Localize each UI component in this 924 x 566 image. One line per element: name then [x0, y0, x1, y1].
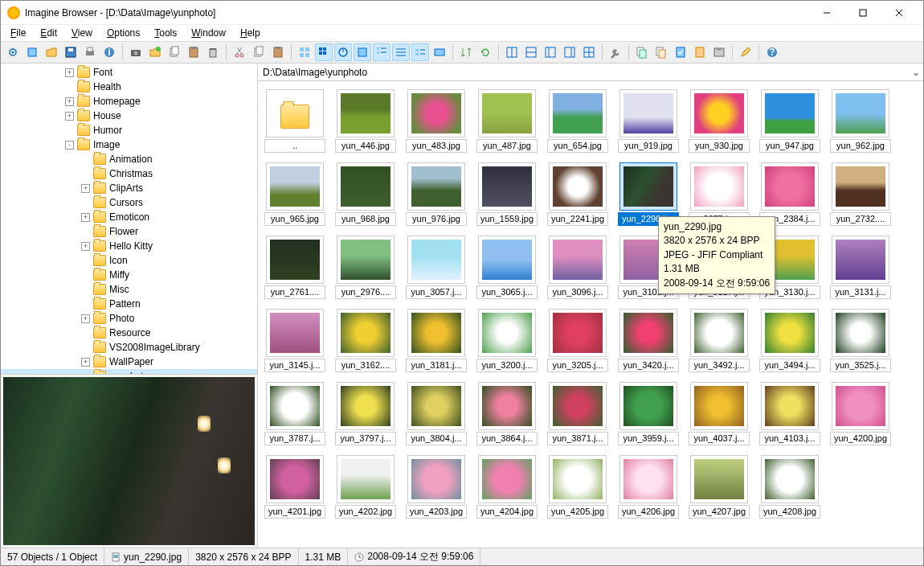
tree-item[interactable]: +Animation — [1, 152, 257, 166]
thumbnail-item[interactable]: yun_487.jpg — [476, 89, 538, 153]
thumbnail-item[interactable]: yun_446.jpg — [335, 89, 396, 153]
detail-icon[interactable] — [392, 43, 410, 61]
collapse-icon[interactable]: - — [65, 141, 74, 150]
thumbnail-item[interactable]: yun_962.jpg — [830, 89, 891, 153]
batch3-icon[interactable] — [672, 43, 689, 61]
maximize-button[interactable] — [844, 2, 881, 24]
pane1-icon[interactable] — [503, 43, 521, 61]
filmstrip-icon[interactable] — [431, 43, 448, 61]
thumbnail-item[interactable]: yun_4208.jpg — [759, 455, 820, 519]
tile-icon[interactable] — [411, 43, 429, 61]
print-icon[interactable] — [81, 43, 99, 61]
folder-tree[interactable]: +Font+Health+Homepage+House+Humor-Image+… — [1, 64, 257, 374]
thumbnail-item[interactable]: yun_4103.j... — [759, 382, 820, 445]
tree-item[interactable]: +Homepage — [1, 94, 257, 109]
tree-item[interactable]: +Cursors — [1, 195, 257, 210]
thumbnail-item[interactable]: yun_3864.j... — [476, 382, 538, 445]
thumbnail-item[interactable]: yun_4206.jpg — [618, 455, 679, 519]
tree-item[interactable]: +Icon — [1, 253, 257, 268]
camera-icon[interactable] — [127, 43, 145, 61]
thumbnail-item[interactable]: yun_483.jpg — [406, 89, 467, 153]
thumbnail-item[interactable]: yun_3525.j... — [830, 309, 891, 372]
tree-item[interactable]: +VS2008ImageLibrary — [1, 340, 257, 355]
tree-item[interactable]: +Photo — [1, 311, 257, 326]
paste2-icon[interactable] — [269, 43, 287, 61]
tree-item[interactable]: +Hello Kitty — [1, 239, 257, 253]
thumbnail-item[interactable]: yun_3200.j... — [476, 309, 538, 372]
tree-item[interactable]: +House — [1, 109, 257, 123]
thumbnail-item[interactable]: yun_3787.j... — [264, 382, 325, 445]
expand-icon[interactable]: + — [81, 213, 90, 222]
thumb-small-icon[interactable] — [315, 43, 333, 61]
expand-icon[interactable]: + — [65, 112, 74, 121]
thumbnail-item[interactable]: yun_3492.j... — [689, 309, 750, 372]
tree-item[interactable]: -Image — [1, 137, 257, 152]
tree-item[interactable]: +Emoticon — [1, 210, 257, 224]
help-icon[interactable]: ? — [763, 43, 781, 61]
thumbnail-item[interactable]: yun_947.jpg — [759, 89, 820, 153]
tree-item[interactable]: +WallPaper — [1, 355, 257, 369]
thumbnail-item[interactable]: yun_3871.j... — [547, 382, 608, 445]
pane3-icon[interactable] — [542, 43, 559, 61]
thumbnail-item[interactable]: yun_3205.j... — [547, 309, 608, 372]
thumbnail-item[interactable]: yun_3145.j... — [264, 309, 325, 372]
batch5-icon[interactable] — [710, 43, 728, 61]
expand-icon[interactable]: + — [81, 242, 90, 251]
thumb-large-icon[interactable] — [354, 43, 371, 61]
info-icon[interactable]: i — [100, 43, 118, 61]
thumbnail-item[interactable]: yun_3131.j... — [830, 236, 891, 299]
thumbnail-item[interactable]: yun_3804.j... — [406, 382, 467, 445]
path-dropdown-icon[interactable]: ⌄ — [912, 67, 920, 78]
parent-folder[interactable]: .. — [264, 89, 325, 153]
expand-icon[interactable]: + — [81, 184, 90, 193]
menu-tools[interactable]: Tools — [148, 26, 183, 40]
tree-item[interactable]: +Font — [1, 65, 257, 80]
thumbnail-item[interactable]: yun_3959.j... — [618, 382, 679, 445]
tree-item[interactable]: +Health — [1, 80, 257, 94]
delete-icon[interactable] — [204, 43, 222, 61]
tree-item[interactable]: +Resource — [1, 326, 257, 340]
expand-icon[interactable]: + — [65, 68, 74, 77]
grid-icon[interactable] — [296, 43, 313, 61]
thumbnail-item[interactable]: yun_4204.jpg — [476, 455, 538, 519]
sort-icon[interactable] — [457, 43, 475, 61]
menu-options[interactable]: Options — [100, 26, 146, 40]
thumbnail-item[interactable]: yun_2761.... — [264, 236, 325, 299]
thumbnail-item[interactable]: yun_2976.... — [335, 236, 396, 299]
thumbnail-item[interactable]: yun_965.jpg — [264, 162, 325, 226]
tree-item[interactable]: +Humor — [1, 123, 257, 137]
path-bar[interactable]: D:\Data\Image\yunphoto ⌄ — [258, 64, 923, 81]
open-icon[interactable] — [43, 43, 60, 61]
thumbnail-item[interactable]: yun_3181.j... — [406, 309, 467, 372]
thumbnail-item[interactable]: yun_3096.j... — [547, 236, 608, 299]
thumbnail-item[interactable]: yun_4200.jpg — [830, 382, 891, 445]
thumbnail-item[interactable]: yun_3797.j... — [335, 382, 396, 445]
tree-item[interactable]: +ClipArts — [1, 181, 257, 195]
thumbnail-item[interactable]: yun_4037.j... — [689, 382, 750, 445]
wrench-icon[interactable] — [607, 43, 624, 61]
copy2-icon[interactable] — [250, 43, 268, 61]
save-icon[interactable] — [62, 43, 80, 61]
expand-icon[interactable]: + — [81, 358, 90, 367]
pane2-icon[interactable] — [522, 43, 540, 61]
thumb-med-icon[interactable] — [334, 43, 352, 61]
refresh-icon[interactable] — [476, 43, 494, 61]
thumbnail-item[interactable]: yun_3162.... — [335, 309, 396, 372]
thumbnail-item[interactable]: yun_4202.jpg — [335, 455, 396, 519]
thumbnail-item[interactable]: yun_919.jpg — [618, 89, 679, 153]
thumbnail-item[interactable]: yun_976.jpg — [406, 162, 467, 226]
thumbnail-item[interactable]: yun_4207.jpg — [689, 455, 750, 519]
menu-file[interactable]: File — [4, 26, 32, 40]
thumbnail-item[interactable]: yun_3494.j... — [759, 309, 820, 372]
expand-icon[interactable]: + — [81, 314, 90, 323]
expand-icon[interactable]: + — [65, 97, 74, 106]
batch2-icon[interactable] — [652, 43, 670, 61]
tree-item[interactable]: +Flower — [1, 224, 257, 239]
tree-item[interactable]: +Misc — [1, 282, 257, 297]
cut-icon[interactable] — [231, 43, 248, 61]
batch1-icon[interactable] — [633, 43, 651, 61]
tree-item[interactable]: +Miffy — [1, 268, 257, 282]
tree-item[interactable]: +Pattern — [1, 297, 257, 311]
menu-edit[interactable]: Edit — [34, 26, 63, 40]
thumbnail-item[interactable]: yun_3420.j... — [618, 309, 679, 372]
